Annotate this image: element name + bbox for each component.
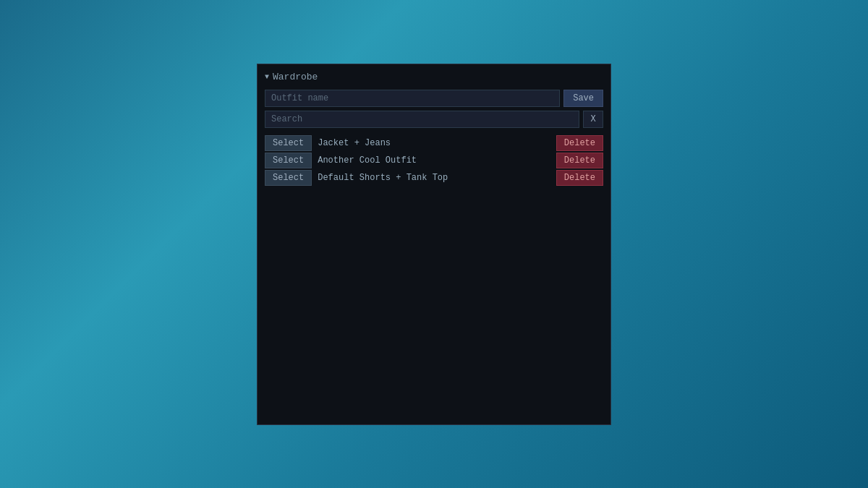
select-outfit-1-button[interactable]: Select: [265, 135, 312, 151]
wardrobe-panel: ▼ Wardrobe Save X SelectJacket + JeansDe…: [257, 64, 611, 425]
collapse-icon: ▼: [265, 73, 269, 81]
outfit-name-input[interactable]: [265, 90, 560, 107]
delete-outfit-2-button[interactable]: Delete: [556, 153, 603, 168]
outfit-1-name: Jacket + Jeans: [318, 138, 550, 148]
delete-outfit-3-button[interactable]: Delete: [556, 170, 603, 186]
delete-outfit-1-button[interactable]: Delete: [556, 135, 603, 151]
outfit-list: SelectJacket + JeansDeleteSelectAnother …: [265, 135, 603, 186]
clear-search-button[interactable]: X: [583, 111, 603, 128]
outfit-row: SelectAnother Cool OutfitDelete: [265, 153, 603, 168]
panel-title-text: Wardrobe: [273, 72, 318, 82]
outfit-row: SelectJacket + JeansDelete: [265, 135, 603, 151]
search-row: X: [265, 111, 603, 128]
outfit-2-name: Another Cool Outfit: [318, 155, 550, 166]
panel-title: ▼ Wardrobe: [265, 72, 603, 82]
outfit-3-name: Default Shorts + Tank Top: [318, 173, 550, 183]
select-outfit-2-button[interactable]: Select: [265, 153, 312, 168]
select-outfit-3-button[interactable]: Select: [265, 170, 312, 186]
outfit-row: SelectDefault Shorts + Tank TopDelete: [265, 170, 603, 186]
save-button[interactable]: Save: [563, 90, 603, 107]
search-input[interactable]: [265, 111, 579, 128]
outfit-name-row: Save: [265, 90, 603, 107]
